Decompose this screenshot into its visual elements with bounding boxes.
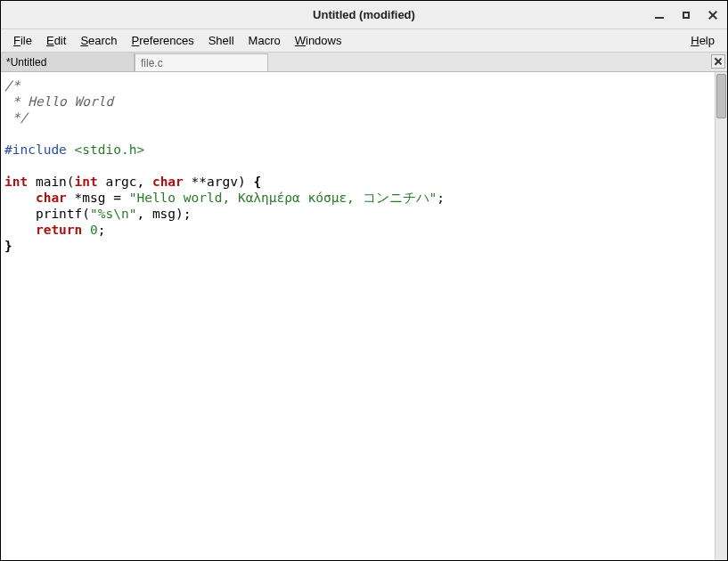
menu-help[interactable]: Help xyxy=(683,31,722,50)
tab-untitled[interactable]: *Untitled xyxy=(1,53,135,71)
window-title: Untitled (modified) xyxy=(313,8,415,21)
maximize-button[interactable] xyxy=(679,8,693,22)
code-token xyxy=(82,223,90,237)
maximize-icon xyxy=(683,12,690,19)
code-token: ; xyxy=(98,223,106,237)
code-token: int xyxy=(4,175,28,189)
code-line: * Hello World xyxy=(4,94,113,109)
tab-file-c[interactable]: file.c xyxy=(135,53,268,71)
menu-file[interactable]: File xyxy=(6,31,39,50)
vertical-scrollbar[interactable] xyxy=(715,72,727,560)
minimize-icon xyxy=(655,17,664,19)
code-token: int xyxy=(75,175,98,189)
menubar: File Edit Search Preferences Shell Macro… xyxy=(1,29,727,53)
code-token: ; xyxy=(437,191,445,205)
titlebar: Untitled (modified) xyxy=(1,1,727,29)
close-icon xyxy=(714,57,723,66)
code-line: /* xyxy=(4,78,20,93)
tabbar: *Untitled file.c xyxy=(1,53,727,72)
editor-area: /* * Hello World */ #include <stdio.h> i… xyxy=(1,72,727,560)
code-token: "%s\n" xyxy=(90,207,136,221)
close-icon xyxy=(708,10,718,20)
code-token: char xyxy=(152,175,184,189)
window-controls xyxy=(652,8,720,22)
code-token: 0 xyxy=(90,223,98,237)
close-window-button[interactable] xyxy=(706,8,720,22)
menu-windows[interactable]: Windows xyxy=(288,31,349,50)
minimize-button[interactable] xyxy=(652,8,667,22)
tab-close-button[interactable] xyxy=(711,54,725,69)
code-token: main( xyxy=(28,175,74,189)
scrollbar-thumb[interactable] xyxy=(716,74,726,118)
menu-edit[interactable]: Edit xyxy=(39,31,73,50)
code-token: #include xyxy=(4,142,67,157)
code-token: *msg = xyxy=(67,191,129,205)
menu-macro[interactable]: Macro xyxy=(241,31,288,50)
code-token xyxy=(4,191,36,205)
code-token: "Hello world, Καλημέρα κόσμε, コンニチハ" xyxy=(129,191,438,205)
code-token xyxy=(4,223,36,237)
code-line: */ xyxy=(4,110,28,125)
code-token: { xyxy=(253,175,261,189)
code-token: char xyxy=(36,191,67,205)
code-token: **argv) xyxy=(184,175,254,189)
menu-preferences[interactable]: Preferences xyxy=(125,31,201,50)
menu-search[interactable]: Search xyxy=(73,31,124,50)
menu-shell[interactable]: Shell xyxy=(201,31,241,50)
code-token: , msg); xyxy=(136,207,191,221)
code-line: } xyxy=(4,239,12,253)
code-editor[interactable]: /* * Hello World */ #include <stdio.h> i… xyxy=(1,72,715,560)
code-token: printf( xyxy=(4,207,90,221)
code-token: <stdio.h> xyxy=(67,142,144,157)
code-token: return xyxy=(36,223,82,237)
code-token: argc, xyxy=(98,175,152,189)
